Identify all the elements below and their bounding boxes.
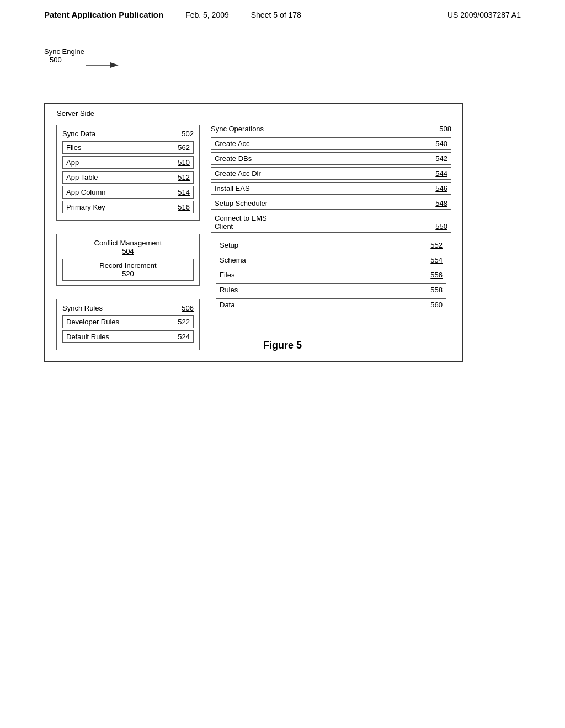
op-create-dbs: Create DBs 542 — [211, 152, 451, 165]
sync-data-header: Sync Data 502 — [62, 130, 194, 138]
publication-date: Feb. 5, 2009 — [185, 10, 229, 19]
page-header: Patent Application Publication Feb. 5, 2… — [0, 0, 565, 25]
arrow — [86, 60, 119, 71]
sync-ops-header: Sync Operations 508 — [211, 125, 451, 133]
conflict-management-title: Conflict Management — [62, 239, 194, 247]
op-connect-ems: Connect to EMS Client 550 — [211, 212, 451, 233]
sub-item-rules: Rules 558 — [216, 283, 446, 296]
synch-rules-title: Synch Rules — [62, 304, 103, 312]
figure-caption: Figure 5 — [0, 340, 565, 351]
publication-title: Patent Application Publication — [44, 10, 163, 19]
sub-item-schema: Schema 554 — [216, 254, 446, 266]
op-setup-scheduler: Setup Scheduler 548 — [211, 197, 451, 210]
conflict-management-header: Conflict Management 504 — [62, 239, 194, 255]
sync-data-number: 502 — [182, 130, 194, 138]
sub-item-data: Data 560 — [216, 298, 446, 311]
sync-data-title: Sync Data — [62, 130, 95, 138]
left-column: Sync Data 502 Files 562 App 510 App Tabl… — [56, 125, 200, 350]
sub-item-setup: Setup 552 — [216, 239, 446, 251]
sync-data-section: Sync Data 502 Files 562 App 510 App Tabl… — [56, 125, 200, 221]
developer-rules-item: Developer Rules 522 — [62, 315, 194, 328]
synch-rules-header: Synch Rules 506 — [62, 304, 194, 312]
sync-ops-title: Sync Operations — [211, 125, 264, 133]
sync-data-item-files: Files 562 — [62, 141, 194, 154]
sync-engine-number: 500 — [50, 56, 84, 64]
ems-label: Connect to EMS Client — [215, 214, 267, 231]
sub-item-files: Files 556 — [216, 269, 446, 281]
sync-data-item-app-table: App Table 512 — [62, 171, 194, 184]
conflict-management-section: Conflict Management 504 Record Increment… — [56, 234, 200, 286]
sync-engine-title: Sync Engine — [44, 47, 84, 56]
server-side-label: Server Side — [57, 109, 94, 117]
main-content: Sync Engine 500 Server Side Sync Data 50… — [0, 25, 565, 384]
sync-ops-number: 508 — [439, 125, 451, 133]
sync-data-item-app-column: App Column 514 — [62, 186, 194, 199]
op-create-acc: Create Acc 540 — [211, 137, 451, 150]
record-increment-number: 520 — [66, 270, 190, 278]
sync-data-item-app: App 510 — [62, 156, 194, 169]
op-install-eas: Install EAS 546 — [211, 182, 451, 195]
patent-number: US 2009/0037287 A1 — [447, 10, 521, 19]
right-column: Sync Operations 508 Create Acc 540 Creat… — [211, 125, 451, 350]
setup-scheduler-label: Setup Scheduler — [215, 199, 268, 207]
synch-rules-number: 506 — [182, 304, 194, 312]
conflict-management-number: 504 — [62, 247, 194, 255]
sync-engine-label: Sync Engine 500 — [44, 47, 84, 64]
sheet-info: Sheet 5 of 178 — [251, 10, 301, 19]
record-increment-item: Record Increment 520 — [62, 259, 194, 281]
diagram-box: Server Side Sync Data 502 Files 562 App … — [44, 103, 463, 362]
arrow-icon — [86, 60, 119, 71]
svg-marker-1 — [110, 62, 119, 68]
sync-data-item-primary-key: Primary Key 516 — [62, 201, 194, 213]
sub-section: Setup 552 Schema 554 Files 556 Rules 558… — [211, 235, 451, 317]
record-increment-title: Record Increment — [66, 261, 190, 270]
op-create-acc-dir: Create Acc Dir 544 — [211, 167, 451, 180]
